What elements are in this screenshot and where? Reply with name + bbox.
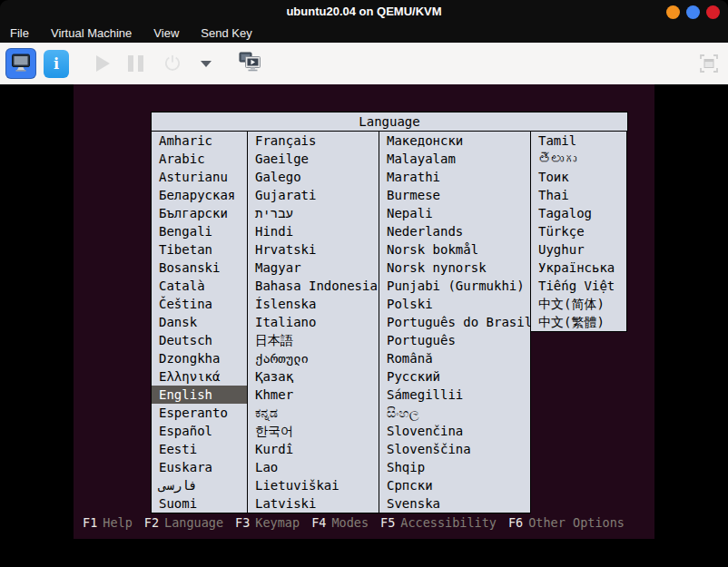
language-item[interactable]: Русский: [379, 367, 530, 386]
monitor-icon: [10, 52, 32, 76]
language-item[interactable]: Burmese: [379, 186, 530, 204]
fkey-f4: F4Modes: [311, 515, 369, 530]
run-button[interactable]: [96, 55, 110, 72]
fkey-f1: F1Help: [83, 515, 133, 530]
language-item[interactable]: Nepali: [379, 204, 530, 222]
language-item[interactable]: Ελληνικά: [152, 367, 247, 386]
language-item[interactable]: Français: [248, 132, 379, 150]
language-item[interactable]: Uyghur: [531, 240, 626, 259]
language-item[interactable]: Tiếng Việt: [531, 277, 626, 295]
language-item[interactable]: Português: [379, 331, 530, 349]
menu-file[interactable]: File: [10, 26, 29, 40]
language-item[interactable]: Asturianu: [152, 168, 247, 186]
language-item[interactable]: Thai: [531, 186, 626, 204]
language-item[interactable]: فارسی: [152, 476, 247, 494]
language-item[interactable]: සිංහල: [379, 404, 530, 422]
language-item[interactable]: Bosanski: [152, 259, 247, 277]
language-item[interactable]: Bengali: [152, 222, 247, 240]
minimize-button[interactable]: [666, 5, 680, 19]
language-item[interactable]: Slovenčina: [379, 422, 530, 440]
language-item[interactable]: Hrvatski: [248, 240, 379, 259]
language-item[interactable]: Тоик: [531, 168, 626, 186]
language-item[interactable]: 한국어: [248, 422, 379, 440]
language-column-1: AmharicArabicAsturianuБеларускаяБългарск…: [151, 132, 248, 513]
vm-window: ubuntu20.04 on QEMU/KVM FileVirtual Mach…: [0, 0, 728, 567]
language-item[interactable]: ಕನ್ನಡ: [248, 404, 379, 422]
language-item[interactable]: Български: [152, 204, 247, 222]
language-item[interactable]: Norsk bokmål: [379, 240, 530, 259]
language-item[interactable]: ქართული: [248, 349, 379, 367]
language-item[interactable]: Malayalam: [379, 150, 530, 168]
language-item[interactable]: Tibetan: [152, 240, 247, 259]
language-item[interactable]: Polski: [379, 295, 530, 313]
language-item[interactable]: Hindi: [248, 222, 379, 240]
language-item[interactable]: 日本語: [248, 331, 379, 349]
language-item[interactable]: Slovenščina: [379, 440, 530, 458]
vm-display[interactable]: Language AmharicArabicAsturianuБеларуска…: [74, 84, 654, 539]
language-item[interactable]: Shqip: [379, 458, 530, 476]
language-item[interactable]: Dzongkha: [152, 349, 247, 367]
language-item[interactable]: Català: [152, 277, 247, 295]
language-item[interactable]: Latviski: [248, 494, 379, 513]
language-item[interactable]: Tamil: [531, 132, 626, 150]
dual-monitor-icon: [239, 52, 263, 76]
language-item[interactable]: Punjabi (Gurmukhi): [379, 277, 530, 295]
info-icon: i: [54, 55, 59, 73]
language-item[interactable]: 中文(繁體): [531, 313, 626, 331]
language-item[interactable]: Magyar: [248, 259, 379, 277]
language-item[interactable]: Esperanto: [152, 404, 247, 422]
language-item[interactable]: Türkçe: [531, 222, 626, 240]
language-item[interactable]: Íslenska: [248, 295, 379, 313]
shutdown-button[interactable]: [163, 54, 182, 74]
language-item[interactable]: Македонски: [379, 132, 530, 150]
language-item[interactable]: Gaeilge: [248, 150, 379, 168]
language-item[interactable]: Norsk nynorsk: [379, 259, 530, 277]
language-item[interactable]: 中文(简体): [531, 295, 626, 313]
language-item[interactable]: తెలుగు: [531, 150, 626, 168]
language-item[interactable]: Suomi: [152, 494, 247, 513]
language-item[interactable]: Deutsch: [152, 331, 247, 349]
virtual-displays-button[interactable]: [239, 52, 263, 76]
fkey-f3: F3Keymap: [235, 515, 300, 530]
language-item[interactable]: Gujarati: [248, 186, 379, 204]
language-item[interactable]: Sámegillii: [379, 386, 530, 404]
language-item[interactable]: English: [152, 386, 247, 404]
language-item[interactable]: Euskara: [152, 458, 247, 476]
language-item[interactable]: Nederlands: [379, 222, 530, 240]
language-item[interactable]: Беларуская: [152, 186, 247, 204]
language-item[interactable]: Español: [152, 422, 247, 440]
language-item[interactable]: Română: [379, 349, 530, 367]
menu-virtual-machine[interactable]: Virtual Machine: [51, 26, 132, 40]
language-item[interactable]: Arabic: [152, 150, 247, 168]
language-item[interactable]: Українська: [531, 259, 626, 277]
language-item[interactable]: Bahasa Indonesia: [248, 277, 379, 295]
language-item[interactable]: Српски: [379, 476, 530, 494]
pause-button[interactable]: [128, 55, 143, 72]
shutdown-menu-caret[interactable]: [201, 61, 212, 67]
menu-send-key[interactable]: Send Key: [201, 26, 251, 40]
dialog-title: Language: [151, 112, 628, 132]
language-item[interactable]: Қазақ: [248, 367, 379, 386]
language-item[interactable]: עברית: [248, 204, 379, 222]
language-item[interactable]: Amharic: [152, 132, 247, 150]
graphical-console-button[interactable]: [5, 48, 36, 79]
language-item[interactable]: Tagalog: [531, 204, 626, 222]
language-item[interactable]: Svenska: [379, 494, 530, 513]
language-item[interactable]: Galego: [248, 168, 379, 186]
language-item[interactable]: Português do Brasil: [379, 313, 530, 331]
vm-details-button[interactable]: i: [44, 50, 69, 78]
language-item[interactable]: Lietuviškai: [248, 476, 379, 494]
language-item[interactable]: Khmer: [248, 386, 379, 404]
language-item[interactable]: Lao: [248, 458, 379, 476]
language-item[interactable]: Marathi: [379, 168, 530, 186]
menu-view[interactable]: View: [153, 26, 179, 40]
maximize-button[interactable]: [686, 5, 700, 19]
language-item[interactable]: Čeština: [152, 295, 247, 313]
language-item[interactable]: Italiano: [248, 313, 379, 331]
language-item[interactable]: Kurdî: [248, 440, 379, 458]
close-button[interactable]: [706, 5, 720, 19]
fullscreen-button[interactable]: [699, 54, 719, 76]
language-item[interactable]: Eesti: [152, 440, 247, 458]
language-item[interactable]: Dansk: [152, 313, 247, 331]
titlebar[interactable]: ubuntu20.04 on QEMU/KVM: [0, 0, 728, 24]
